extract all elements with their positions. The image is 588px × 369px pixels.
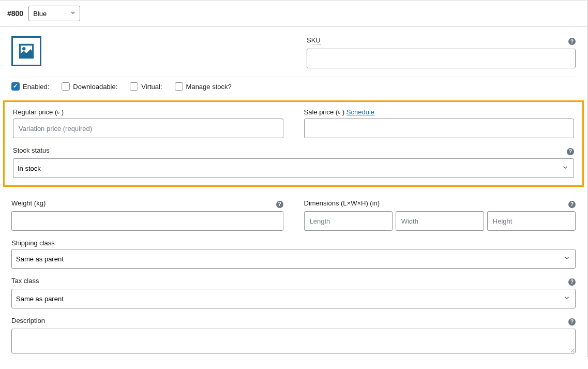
manage-stock-checkbox-input[interactable] [175,82,183,91]
weight-input[interactable] [11,211,283,231]
schedule-link[interactable]: Schedule [346,108,374,116]
description-textarea[interactable] [11,329,576,353]
sku-label: SKU [307,36,321,45]
shipping-class-select[interactable]: Same as parent [11,249,576,269]
weight-label: Weight (kg) [11,199,46,207]
dimension-height-input[interactable] [487,211,576,231]
sku-input[interactable] [307,49,576,68]
sale-price-input[interactable] [304,119,575,138]
help-icon[interactable]: ? [568,38,576,45]
variation-attribute-select[interactable]: Blue [28,6,80,21]
tax-class-select[interactable]: Same as parent [11,289,576,308]
sale-price-label: Sale price (৳ ) Schedule [304,108,575,116]
help-icon[interactable]: ? [276,201,283,208]
variation-header: #800 Blue [0,0,587,27]
dimension-width-input[interactable] [396,211,484,231]
checkbox-row: Enabled: Downloadable: Virtual: Manage s… [11,77,576,93]
enabled-checkbox[interactable]: Enabled: [11,82,49,91]
downloadable-checkbox[interactable]: Downloadable: [62,82,117,91]
stock-status-label: Stock status [13,146,50,154]
help-icon[interactable]: ? [568,318,576,326]
downloadable-checkbox-input[interactable] [62,82,70,91]
description-label: Description [11,317,45,324]
variation-image-upload[interactable] [11,36,41,66]
dimensions-label: Dimensions (L×W×H) (in) [304,199,380,207]
dimension-length-input[interactable] [304,211,393,231]
help-icon[interactable]: ? [568,201,576,208]
tax-class-label: Tax class [11,277,39,285]
regular-price-label: Regular price (৳ ) [13,108,283,116]
help-icon[interactable]: ? [567,148,574,155]
virtual-checkbox-input[interactable] [130,82,138,91]
stock-status-select[interactable]: In stock [13,158,574,178]
pricing-highlight-box: Regular price (৳ ) Sale price (৳ ) Sched… [3,100,584,187]
regular-price-input[interactable] [13,119,283,138]
manage-stock-checkbox[interactable]: Manage stock? [175,82,232,91]
variation-id: #800 [7,9,23,18]
help-icon[interactable]: ? [568,278,576,286]
virtual-checkbox[interactable]: Virtual: [130,82,162,91]
image-placeholder-icon [17,41,36,61]
shipping-class-label: Shipping class [11,239,576,247]
enabled-checkbox-input[interactable] [11,82,20,91]
